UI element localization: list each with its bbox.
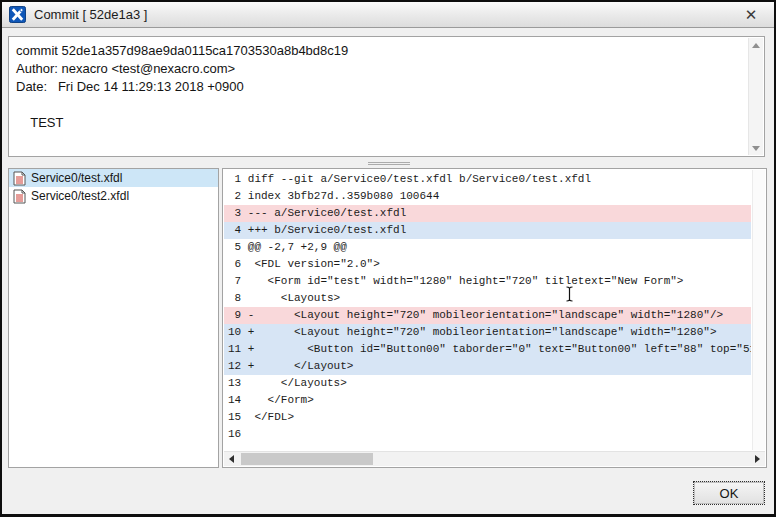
- diff-line: 2 index 3bfb27d..359b080 100644: [224, 188, 751, 205]
- scroll-down-icon[interactable]: [749, 141, 763, 155]
- file-name: Service0/test2.xfdl: [31, 189, 129, 203]
- diff-vertical-scrollbar[interactable]: [752, 170, 765, 450]
- file-list-item[interactable]: Service0/test2.xfdl: [9, 187, 218, 205]
- diff-line: 4 +++ b/Service0/test.xfdl: [224, 222, 751, 239]
- nexacro-app-icon: [9, 6, 26, 23]
- text-cursor-icon: [565, 286, 574, 302]
- diff-line: 10 + <Layout height="720" mobileorientat…: [224, 324, 751, 341]
- diff-line: 8 <Layouts>: [224, 290, 751, 307]
- window-title: Commit [ 52de1a3 ]: [34, 7, 147, 22]
- commit-message-box[interactable]: commit 52de1a357d98ae9da0115ca1703530a8b…: [8, 36, 765, 157]
- diff-line: 13 </Layouts>: [224, 375, 751, 392]
- commit-vertical-scrollbar[interactable]: [748, 38, 763, 155]
- diff-content[interactable]: 1 diff --git a/Service0/test.xfdl b/Serv…: [224, 171, 751, 450]
- diff-line: 9 - <Layout height="720" mobileorientati…: [224, 307, 751, 324]
- file-icon: [13, 171, 26, 186]
- file-name: Service0/test.xfdl: [31, 171, 122, 185]
- file-icon: [13, 189, 26, 204]
- file-list-item[interactable]: Service0/test.xfdl: [9, 169, 218, 187]
- scroll-right-icon[interactable]: [750, 452, 765, 466]
- ok-button[interactable]: OK: [693, 481, 765, 505]
- commit-dialog: Commit [ 52de1a3 ] ✕ commit 52de1a357d98…: [0, 0, 776, 517]
- diff-line: 1 diff --git a/Service0/test.xfdl b/Serv…: [224, 171, 751, 188]
- changed-files-list: Service0/test.xfdlService0/test2.xfdl: [8, 168, 219, 468]
- diff-line: 12 + </Layout>: [224, 358, 751, 375]
- diff-line: 11 + <Button id="Button00" taborder="0" …: [224, 341, 751, 358]
- diff-pane: 1 diff --git a/Service0/test.xfdl b/Serv…: [222, 168, 767, 468]
- commit-message-text: commit 52de1a357d98ae9da0115ca1703530a8b…: [9, 37, 748, 156]
- scroll-up-icon[interactable]: [749, 38, 763, 52]
- close-icon[interactable]: ✕: [738, 4, 764, 26]
- diff-line: 16: [224, 426, 751, 443]
- diff-line: 15 </FDL>: [224, 409, 751, 426]
- horizontal-scroll-thumb[interactable]: [241, 453, 373, 465]
- diff-line: 6 <FDL version="2.0">: [224, 256, 751, 273]
- pane-splitter[interactable]: [368, 161, 410, 167]
- diff-line: 7 <Form id="test" width="1280" height="7…: [224, 273, 751, 290]
- title-bar[interactable]: Commit [ 52de1a3 ] ✕: [2, 2, 774, 28]
- diff-horizontal-scrollbar[interactable]: [224, 451, 765, 466]
- diff-line: 3 --- a/Service0/test.xfdl: [224, 205, 751, 222]
- scroll-left-icon[interactable]: [224, 452, 239, 466]
- diff-line: 5 @@ -2,7 +2,9 @@: [224, 239, 751, 256]
- diff-line: 14 </Form>: [224, 392, 751, 409]
